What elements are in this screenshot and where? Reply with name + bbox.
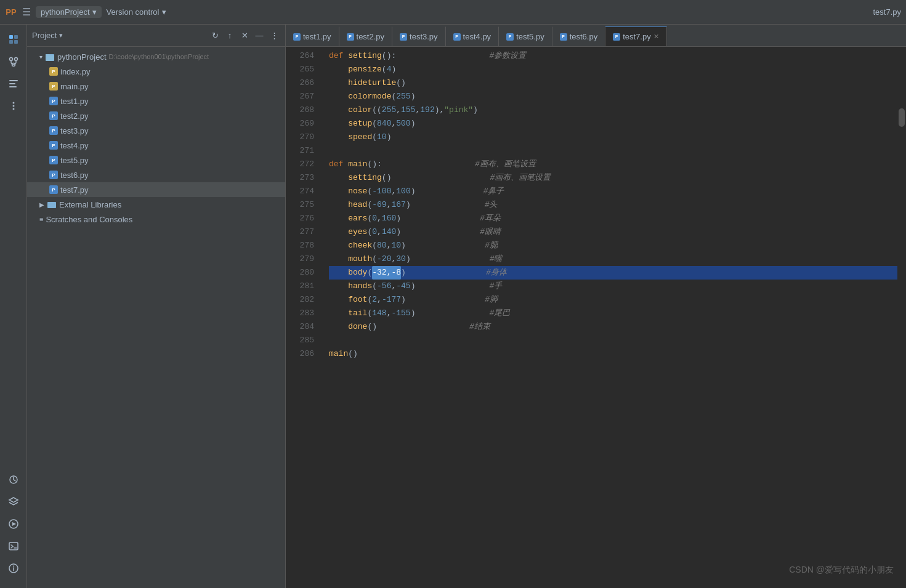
list-item[interactable]: P test7.py — [27, 182, 285, 197]
tab-test4[interactable]: P test4.py — [446, 26, 500, 46]
file-name: index.py — [60, 67, 90, 76]
code-line: done() #结束 — [329, 320, 897, 334]
list-item[interactable]: P index.py — [27, 64, 285, 79]
sidebar-run-icon[interactable] — [4, 514, 23, 534]
code-line: ears(0,160) #耳朵 — [329, 212, 897, 225]
list-item[interactable]: P test5.py — [27, 153, 285, 167]
scroll-gutter — [897, 47, 906, 588]
version-control-selector[interactable]: Version control ▾ — [107, 7, 166, 17]
svg-rect-1 — [14, 35, 18, 39]
code-line: hands(-56,-45) #手 — [329, 280, 897, 293]
project-selector[interactable]: pythonProject ▾ — [36, 6, 102, 18]
options-button[interactable]: ⋮ — [268, 30, 280, 42]
svg-marker-15 — [12, 522, 16, 526]
tab-icon: P — [293, 33, 301, 41]
sidebar-icons — [0, 25, 27, 588]
tab-test7[interactable]: P test7.py ✕ — [605, 26, 667, 46]
tab-label: test6.py — [570, 32, 598, 41]
editor-area: P test1.py P test2.py P test3.py P test4… — [286, 25, 906, 588]
tab-icon: P — [453, 33, 461, 41]
panel-actions: ↻ ↑ ✕ — ⋮ — [209, 30, 280, 42]
file-tree: ▾ pythonProject D:\code\python001\python… — [27, 47, 285, 588]
svg-rect-8 — [9, 83, 15, 84]
py-file-icon: P — [49, 97, 58, 105]
hamburger-menu[interactable]: ☰ — [22, 6, 31, 18]
code-line: mouth(-20,30) #嘴 — [329, 252, 897, 266]
file-name: test4.py — [60, 141, 89, 150]
tab-test5[interactable]: P test5.py — [499, 26, 552, 46]
app-logo: PP — [5, 6, 17, 18]
tab-test1[interactable]: P test1.py — [286, 26, 339, 46]
svg-rect-21 — [47, 202, 56, 208]
list-item[interactable]: P test1.py — [27, 94, 285, 108]
list-item[interactable]: P test3.py — [27, 123, 285, 138]
code-line: head(-69,167) #头 — [329, 198, 897, 212]
tab-label: test2.py — [357, 32, 385, 41]
minimize-button[interactable]: — — [253, 30, 265, 42]
sidebar-vcs-icon[interactable] — [4, 52, 23, 71]
external-libs-chevron: ▶ — [39, 201, 44, 208]
file-name: test1.py — [60, 97, 89, 106]
tab-label: test5.py — [516, 32, 544, 41]
list-item[interactable]: P main.py — [27, 79, 285, 94]
sidebar-layers-icon[interactable] — [4, 492, 23, 512]
py-file-icon: P — [49, 171, 58, 179]
tab-label: test1.py — [303, 32, 331, 41]
code-editor: 264 265 266 267 268 269 270 271 272 273 … — [286, 47, 906, 588]
list-item[interactable]: P test2.py — [27, 108, 285, 123]
py-file-icon: P — [49, 82, 58, 91]
code-line-highlighted: body(-32,-8) #身体 — [329, 266, 897, 280]
sidebar-more-icon[interactable] — [4, 96, 23, 116]
tab-test3[interactable]: P test3.py — [392, 26, 446, 46]
svg-rect-16 — [9, 542, 18, 550]
list-item[interactable]: P test4.py — [27, 138, 285, 153]
project-panel-title: Project — [32, 31, 57, 40]
sidebar-structure-icon[interactable] — [4, 74, 23, 94]
tab-icon: P — [613, 33, 620, 41]
tab-close-button[interactable]: ✕ — [653, 33, 659, 41]
tab-icon: P — [347, 33, 354, 41]
sync-button[interactable]: ↻ — [209, 30, 221, 42]
code-line: nose(-100,100) #鼻子 — [329, 185, 897, 198]
file-name: test6.py — [60, 171, 89, 180]
tree-root[interactable]: ▾ pythonProject D:\code\python001\python… — [27, 49, 285, 64]
scratches-icon: ≡ — [39, 215, 43, 223]
code-line: colormode(255) — [329, 90, 897, 103]
file-name: test5.py — [60, 156, 89, 165]
sidebar-info-icon[interactable] — [4, 558, 23, 578]
root-name: pythonProject — [57, 52, 107, 62]
code-line: speed(10) — [329, 131, 897, 144]
svg-point-10 — [12, 102, 14, 104]
project-name: pythonProject — [41, 7, 90, 17]
version-control-dropdown-icon: ▾ — [162, 7, 166, 17]
list-item[interactable]: P test6.py — [27, 167, 285, 182]
file-name: main.py — [60, 82, 89, 91]
sidebar-git-icon[interactable] — [4, 470, 23, 489]
project-panel-dropdown[interactable]: ▾ — [59, 31, 63, 39]
sidebar-project-icon[interactable] — [4, 30, 23, 49]
code-content[interactable]: def setting(): #参数设置 pensize(4) hideturt… — [319, 47, 897, 588]
tab-test2[interactable]: P test2.py — [339, 26, 393, 46]
collapse-button[interactable]: ↑ — [224, 30, 236, 42]
sidebar-terminal-icon[interactable] — [4, 536, 23, 556]
external-libraries-item[interactable]: ▶ External Libraries — [27, 197, 285, 212]
file-name: test3.py — [60, 126, 89, 135]
top-bar-right: test7.py — [873, 7, 901, 17]
code-line: setup(840,500) — [329, 117, 897, 131]
root-chevron: ▾ — [39, 54, 42, 60]
close-panel-button[interactable]: ✕ — [238, 30, 251, 42]
code-line — [329, 334, 897, 347]
scratches-item[interactable]: ≡ Scratches and Consoles — [27, 212, 285, 227]
code-line: def main(): #画布、画笔设置 — [329, 158, 897, 171]
editor-tabs: P test1.py P test2.py P test3.py P test4… — [286, 25, 906, 47]
svg-rect-3 — [14, 40, 18, 44]
svg-point-11 — [12, 105, 14, 107]
svg-point-5 — [14, 58, 17, 61]
tab-test6[interactable]: P test6.py — [552, 26, 606, 46]
code-line: tail(148,-155) #尾巴 — [329, 307, 897, 320]
scratches-label: Scratches and Consoles — [46, 215, 132, 224]
py-file-icon: P — [49, 111, 58, 120]
active-file-indicator: test7.py — [873, 7, 901, 17]
tab-label: test4.py — [463, 32, 491, 41]
active-file-name: test7.py — [873, 7, 901, 17]
